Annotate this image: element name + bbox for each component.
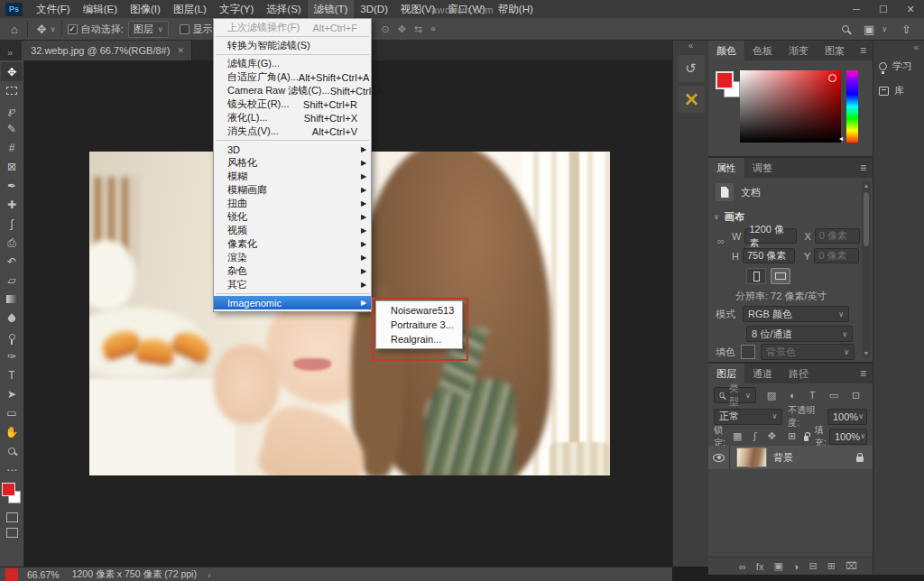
filter-type-layers-icon[interactable]: T	[809, 390, 816, 401]
crop-tool[interactable]: #	[1, 138, 23, 157]
filter-menu-item-distort[interactable]: 扭曲▶	[214, 197, 371, 210]
new-layer-icon[interactable]: ⊞	[827, 560, 836, 572]
color-mode-select[interactable]: RGB 颜色∨	[743, 306, 849, 322]
panel-menu-icon[interactable]: ≡	[854, 364, 873, 383]
filter-pixel-layers-icon[interactable]: ▨	[767, 390, 776, 401]
auto-select-target-dropdown[interactable]: 图层 ∨	[128, 21, 169, 38]
opacity-select[interactable]: 100%∨	[827, 409, 867, 425]
constrain-link-icon[interactable]: ∞	[717, 235, 725, 246]
lock-all-icon[interactable]	[804, 436, 808, 441]
layer-filter-kind-select[interactable]: 类型∨	[714, 387, 756, 403]
fill-color-swatch[interactable]	[741, 345, 755, 359]
filter-menu-item-render[interactable]: 渲染▶	[214, 251, 371, 264]
filter-shape-layers-icon[interactable]: ▭	[829, 390, 838, 401]
filter-menu-item-video[interactable]: 视频▶	[214, 224, 371, 237]
tab-swatches[interactable]: 色板	[744, 41, 781, 60]
menubar-item-image[interactable]: 图像(I)	[124, 0, 167, 18]
rectangle-tool[interactable]: ▭	[1, 403, 23, 422]
tab-channels[interactable]: 通道	[744, 364, 781, 383]
x-field[interactable]: 0 像素	[815, 228, 860, 244]
filter-menu-item-last-filter[interactable]: 上次滤镜操作(F)Alt+Ctrl+F	[214, 21, 371, 34]
filter-menu-item-pixelate[interactable]: 像素化▶	[214, 237, 371, 251]
maximize-button[interactable]: ☐	[870, 0, 897, 18]
filter-menu-item-camera-raw-filter[interactable]: Camera Raw 滤镜(C)...Shift+Ctrl+A	[214, 84, 371, 97]
menubar-item-type[interactable]: 文字(Y)	[213, 0, 260, 18]
portrait-orientation-button[interactable]	[746, 268, 766, 284]
landscape-orientation-button[interactable]	[771, 268, 790, 284]
brush-tool[interactable]: ʃ	[1, 214, 23, 233]
menubar-item-edit[interactable]: 编辑(E)	[77, 0, 124, 18]
layer-effects-icon[interactable]: fx	[756, 561, 764, 572]
tab-layers[interactable]: 图层	[708, 364, 744, 383]
hue-slider-marker[interactable]: ◂	[839, 134, 843, 143]
close-icon[interactable]: ✕	[177, 46, 184, 55]
filter-menu-item-other[interactable]: 其它▶	[214, 278, 371, 291]
submenu-item-realgrain[interactable]: Realgrain...	[376, 332, 462, 346]
quick-selection-tool[interactable]: ✎	[1, 119, 23, 138]
3d-roll-icon[interactable]: ⊙	[381, 23, 389, 35]
pen-tool[interactable]: ✑	[1, 346, 23, 365]
scrollbar[interactable]: ▲ ▼	[862, 181, 871, 358]
section-caret-icon[interactable]: ∨	[714, 213, 719, 221]
layer-row-background[interactable]: 背景	[708, 446, 873, 469]
lock-artboard-icon[interactable]: ⊞	[788, 430, 796, 442]
visibility-cell[interactable]	[708, 446, 730, 469]
filter-menu-item-3d[interactable]: 3D▶	[214, 143, 371, 156]
filter-smart-objects-icon[interactable]: ⊡	[852, 390, 860, 401]
foreground-color-swatch[interactable]	[2, 483, 15, 496]
filter-adjustment-layers-icon[interactable]: ◐	[790, 390, 796, 401]
edit-toolbar-icon[interactable]: ⋯	[1, 460, 23, 479]
tab-gradients[interactable]: 渐变	[781, 41, 817, 60]
zoom-level-field[interactable]: 66.67%	[27, 569, 60, 580]
saturation-brightness-field[interactable]	[740, 70, 841, 143]
tab-color[interactable]: 颜色	[708, 41, 744, 60]
path-selection-tool[interactable]: ➤	[1, 384, 23, 403]
filter-menu-item-adaptive-wide-angle[interactable]: 自适应广角(A)...Alt+Shift+Ctrl+A	[214, 70, 371, 84]
share-icon[interactable]: ⇧	[898, 23, 915, 36]
hand-tool[interactable]: ✋	[1, 422, 23, 441]
quick-mask-icon[interactable]	[6, 512, 18, 522]
hue-slider[interactable]	[846, 70, 858, 143]
close-button[interactable]: ✕	[897, 0, 924, 18]
menubar-item-help[interactable]: 帮助(H)	[492, 0, 540, 18]
lasso-tool[interactable]: ℘	[1, 100, 23, 119]
show-transform-checkbox[interactable]	[180, 24, 189, 34]
adjustment-layer-icon[interactable]: ◑	[793, 561, 799, 572]
width-field[interactable]: 1200 像素	[744, 228, 797, 244]
zoom-tool[interactable]	[1, 441, 23, 460]
clone-stamp-tool[interactable]: ⎙	[1, 233, 23, 252]
document-tab[interactable]: 32.webp.jpg @ 66.7%(RGB/8#) ✕	[22, 41, 192, 60]
menubar-item-3d[interactable]: 3D(D)	[354, 0, 394, 18]
search-icon[interactable]	[842, 25, 849, 32]
tab-paths[interactable]: 路径	[781, 364, 817, 383]
healing-brush-tool[interactable]: ✚	[1, 195, 23, 214]
color-picker-marker[interactable]	[828, 74, 836, 82]
filter-menu-item-imagenomic[interactable]: Imagenomic▶	[214, 296, 371, 309]
y-field[interactable]: 0 像素	[814, 248, 859, 263]
blur-tool[interactable]	[1, 309, 23, 327]
auto-select-checkbox[interactable]: ✓	[68, 24, 78, 34]
collapse-dock-icon[interactable]: «	[873, 41, 924, 54]
height-field[interactable]: 750 像素	[743, 248, 795, 263]
foreground-color-swatch[interactable]	[716, 71, 734, 89]
eraser-tool[interactable]: ▱	[1, 271, 23, 290]
link-layers-icon[interactable]: ∞	[739, 561, 746, 572]
filter-menu-item-blur-gallery[interactable]: 模糊画廊▶	[214, 183, 371, 197]
minimize-button[interactable]: ─	[843, 0, 870, 18]
move-tool[interactable]: ✥	[1, 62, 23, 81]
menubar-item-file[interactable]: 文件(F)	[30, 0, 77, 18]
3d-slide-icon[interactable]: ⇆	[414, 23, 422, 35]
dodge-tool[interactable]	[1, 327, 23, 346]
layer-fill-select[interactable]: 100%∨	[829, 429, 867, 445]
scroll-up-icon[interactable]: ▲	[862, 181, 871, 190]
filter-menu-item-noise[interactable]: 杂色▶	[214, 264, 371, 278]
tab-overflow-icon[interactable]: »	[0, 47, 22, 60]
gradient-tool[interactable]	[1, 290, 23, 309]
new-group-icon[interactable]: ⊟	[808, 560, 817, 572]
history-brush-tool[interactable]: ↶	[1, 252, 23, 271]
3d-pan-icon[interactable]: ✥	[398, 23, 406, 35]
home-icon[interactable]: ⌂	[7, 23, 22, 36]
workspace-icon[interactable]: ▣	[860, 23, 878, 36]
blend-mode-select[interactable]: 正常∨	[714, 409, 782, 425]
lock-position-icon[interactable]: ✥	[768, 430, 776, 442]
